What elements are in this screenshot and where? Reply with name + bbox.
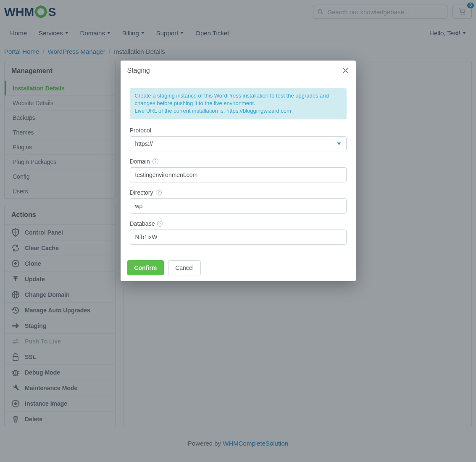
database-label: Database (130, 220, 155, 227)
staging-modal: Staging ✕ Create a staging instance of t… (121, 61, 356, 281)
directory-input[interactable] (130, 198, 347, 214)
modal-info-alert: Create a staging instance of this WordPr… (130, 88, 347, 119)
protocol-select[interactable]: https:// (130, 136, 347, 151)
confirm-button[interactable]: Confirm (127, 260, 164, 275)
help-icon[interactable]: ? (157, 221, 163, 227)
modal-overlay[interactable]: Staging ✕ Create a staging instance of t… (0, 0, 476, 462)
modal-title: Staging (127, 67, 150, 74)
cancel-button[interactable]: Cancel (168, 260, 201, 275)
domain-label: Domain (130, 158, 150, 165)
chevron-down-icon (337, 143, 341, 145)
database-input[interactable] (130, 230, 347, 245)
help-icon[interactable]: ? (153, 158, 158, 164)
domain-input[interactable] (130, 167, 347, 182)
directory-label: Directory (130, 189, 153, 196)
close-icon[interactable]: ✕ (342, 66, 349, 75)
protocol-label: Protocol (130, 127, 347, 134)
help-icon[interactable]: ? (156, 190, 162, 195)
